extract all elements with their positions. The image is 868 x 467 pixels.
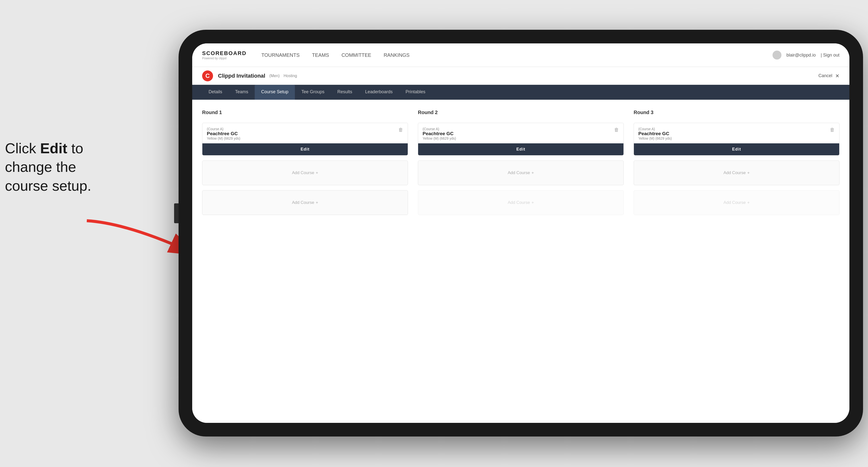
round-3-course-delete-icon[interactable]: 🗑 [830, 127, 835, 133]
round-1-add-course-2[interactable]: Add Course + [202, 190, 408, 215]
tournament-header: C Clippd Invitational (Men) Hosting Canc… [192, 67, 849, 85]
nav-tournaments[interactable]: TOURNAMENTS [261, 52, 300, 58]
round-1-add-plus-2: + [316, 200, 318, 205]
top-navbar: SCOREBOARD Powered by clippd TOURNAMENTS… [192, 43, 849, 67]
round-2-course-label: (Course A) [423, 127, 456, 131]
brand-logo: SCOREBOARD Powered by clippd [202, 50, 247, 60]
user-email: blair@clippd.io [786, 53, 816, 58]
round-2-title: Round 2 [418, 110, 624, 115]
tablet-screen: SCOREBOARD Powered by clippd TOURNAMENTS… [192, 43, 849, 423]
instruction-bold: Edit [40, 140, 67, 156]
cancel-x-button[interactable]: ✕ [835, 73, 839, 79]
sign-out-link[interactable]: | Sign out [820, 53, 839, 58]
round-2-add-course-2: Add Course + [418, 190, 624, 215]
round-2-add-plus-2: + [531, 200, 534, 205]
round-3-edit-button[interactable]: Edit [634, 143, 839, 155]
round-3-course-header: (Course A) Peachtree GC Yellow (M) (6629… [634, 123, 839, 143]
brand-sub: Powered by clippd [202, 57, 247, 60]
round-3-course-info: (Course A) Peachtree GC Yellow (M) (6629… [638, 127, 672, 141]
round-1-course-name: Peachtree GC [207, 131, 240, 136]
tab-printables[interactable]: Printables [399, 85, 432, 100]
round-1-edit-button[interactable]: Edit [203, 143, 408, 155]
round-3-course-detail: Yellow (M) (6629 yds) [638, 136, 672, 141]
instruction-prefix: Click [5, 140, 40, 156]
tab-results[interactable]: Results [331, 85, 359, 100]
user-avatar [773, 51, 781, 60]
round-2-course-card: (Course A) Peachtree GC Yellow (M) (6629… [418, 123, 624, 156]
round-3-column: Round 3 (Course A) Peachtree GC Yellow (… [633, 110, 839, 215]
round-2-course-header: (Course A) Peachtree GC Yellow (M) (6629… [418, 123, 623, 143]
round-1-course-delete-icon[interactable]: 🗑 [398, 127, 403, 133]
round-1-add-course-1[interactable]: Add Course + [202, 160, 408, 185]
round-3-add-course-2-label: Add Course [723, 200, 746, 205]
round-3-add-plus-2: + [747, 200, 750, 205]
round-2-column: Round 2 (Course A) Peachtree GC Yellow (… [418, 110, 624, 215]
sub-nav: Details Teams Course Setup Tee Groups Re… [192, 85, 849, 100]
round-1-course-label: (Course A) [207, 127, 240, 131]
nav-teams[interactable]: TEAMS [312, 52, 329, 58]
tournament-name: Clippd Invitational [218, 73, 266, 79]
tab-details[interactable]: Details [202, 85, 229, 100]
round-3-title: Round 3 [633, 110, 839, 115]
round-3-course-name: Peachtree GC [638, 131, 672, 136]
nav-links: TOURNAMENTS TEAMS COMMITTEE RANKINGS [261, 52, 773, 58]
round-1-column: Round 1 (Course A) Peachtree GC Yellow (… [202, 110, 408, 215]
round-2-course-info: (Course A) Peachtree GC Yellow (M) (6629… [423, 127, 456, 141]
nav-committee[interactable]: COMMITTEE [341, 52, 371, 58]
instruction-text: Click Edit tochange thecourse setup. [5, 139, 124, 195]
round-1-course-detail: Yellow (M) (6629 yds) [207, 136, 240, 141]
round-3-add-course-1[interactable]: Add Course + [633, 160, 839, 185]
tournament-status: Hosting [283, 74, 297, 78]
round-3-add-course-2: Add Course + [633, 190, 839, 215]
round-2-add-course-1[interactable]: Add Course + [418, 160, 624, 185]
round-2-course-name: Peachtree GC [423, 131, 456, 136]
tab-leaderboards[interactable]: Leaderboards [359, 85, 399, 100]
round-3-course-card: (Course A) Peachtree GC Yellow (M) (6629… [633, 123, 839, 156]
tab-tee-groups[interactable]: Tee Groups [295, 85, 331, 100]
user-area: blair@clippd.io | Sign out [773, 51, 839, 60]
round-1-course-info: (Course A) Peachtree GC Yellow (M) (6629… [207, 127, 240, 141]
round-1-add-course-2-label: Add Course [292, 200, 314, 205]
nav-rankings[interactable]: RANKINGS [384, 52, 409, 58]
round-3-add-plus-1: + [747, 170, 750, 175]
round-2-course-detail: Yellow (M) (6629 yds) [423, 136, 456, 141]
tournament-header-right: Cancel ✕ [818, 73, 839, 79]
round-2-course-delete-icon[interactable]: 🗑 [614, 127, 619, 133]
round-1-title: Round 1 [202, 110, 408, 115]
tournament-badge: (Men) [269, 74, 280, 78]
round-2-add-plus-1: + [531, 170, 534, 175]
brand-name: SCOREBOARD [202, 50, 247, 57]
tab-course-setup[interactable]: Course Setup [255, 85, 295, 100]
round-2-edit-button[interactable]: Edit [418, 143, 623, 155]
app-content: SCOREBOARD Powered by clippd TOURNAMENTS… [192, 43, 849, 423]
cancel-button[interactable]: Cancel [818, 73, 832, 79]
tablet-shell: SCOREBOARD Powered by clippd TOURNAMENTS… [179, 30, 863, 436]
side-button [174, 204, 179, 223]
round-2-add-course-1-label: Add Course [508, 170, 530, 175]
round-3-course-label: (Course A) [638, 127, 672, 131]
tournament-logo: C [202, 70, 213, 81]
round-1-add-course-1-label: Add Course [292, 170, 314, 175]
rounds-grid: Round 1 (Course A) Peachtree GC Yellow (… [202, 110, 839, 215]
round-1-course-header: (Course A) Peachtree GC Yellow (M) (6629… [203, 123, 408, 143]
main-content: Round 1 (Course A) Peachtree GC Yellow (… [192, 100, 849, 423]
round-2-add-course-2-label: Add Course [508, 200, 530, 205]
tab-teams[interactable]: Teams [229, 85, 255, 100]
round-3-add-course-1-label: Add Course [723, 170, 746, 175]
round-1-add-plus-1: + [316, 170, 318, 175]
round-1-course-card: (Course A) Peachtree GC Yellow (M) (6629… [202, 123, 408, 156]
